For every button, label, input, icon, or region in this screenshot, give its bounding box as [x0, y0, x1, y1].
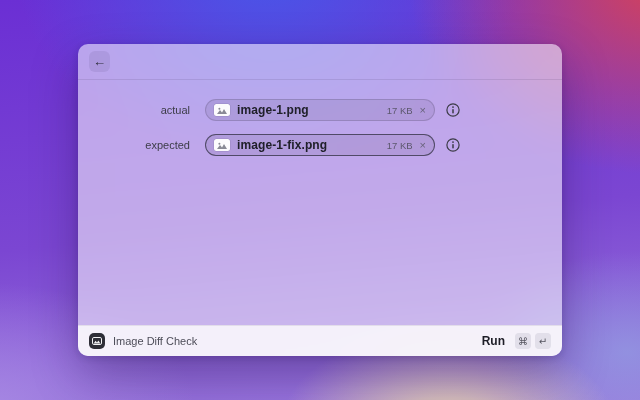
remove-file-icon[interactable]: ×: [420, 140, 426, 151]
expected-field-row: expected image-1-fix.png 17 KB ×: [78, 134, 562, 156]
actual-field-row: actual image-1.png 17 KB ×: [78, 99, 562, 121]
file-name: image-1.png: [237, 103, 309, 117]
expected-file-chip[interactable]: image-1-fix.png 17 KB ×: [205, 134, 435, 156]
image-diff-app-icon: [89, 333, 105, 349]
file-thumbnail-icon: [214, 104, 230, 116]
back-arrow-icon: ←: [93, 54, 106, 69]
run-button[interactable]: Run: [482, 334, 505, 348]
expected-field-label: expected: [78, 139, 190, 151]
file-size: 17 KB: [387, 105, 413, 116]
command-title: Image Diff Check: [113, 335, 197, 347]
return-key-icon: ↵: [535, 333, 551, 349]
window-footer: Image Diff Check Run ⌘ ↵: [78, 325, 562, 356]
remove-file-icon[interactable]: ×: [420, 105, 426, 116]
form-content: actual image-1.png 17 KB × expected imag: [78, 80, 562, 156]
actual-file-chip[interactable]: image-1.png 17 KB ×: [205, 99, 435, 121]
info-icon: [446, 103, 460, 117]
actual-info-button[interactable]: [445, 103, 460, 118]
file-thumbnail-icon: [214, 139, 230, 151]
picture-icon: [92, 337, 102, 345]
info-icon: [446, 138, 460, 152]
cmd-key-icon: ⌘: [515, 333, 531, 349]
window-header: ←: [78, 44, 562, 80]
file-name: image-1-fix.png: [237, 138, 327, 152]
expected-info-button[interactable]: [445, 138, 460, 153]
back-button[interactable]: ←: [89, 51, 110, 72]
actual-field-label: actual: [78, 104, 190, 116]
image-diff-check-window: ← actual image-1.png 17 KB × expected: [78, 44, 562, 356]
file-size: 17 KB: [387, 140, 413, 151]
